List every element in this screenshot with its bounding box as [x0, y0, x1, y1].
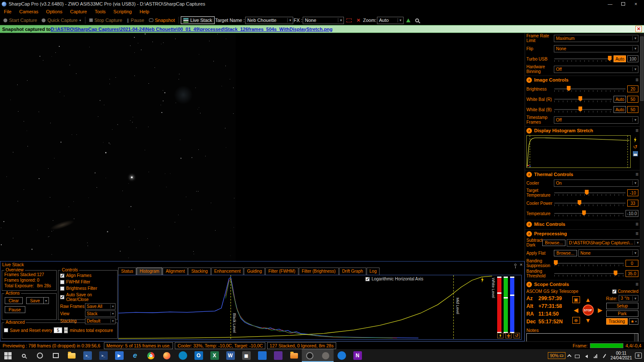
park-button[interactable]: Park: [606, 310, 638, 317]
timestamp-frames-dropdown[interactable]: Off▾: [554, 116, 638, 124]
display-histogram-header[interactable]: ∧ Display Histogram Stretch ≡: [525, 126, 640, 134]
live-stack-button[interactable]: Live Stack: [181, 16, 215, 24]
turbo-usb-auto-button[interactable]: Auto: [614, 55, 626, 62]
mini-histogram[interactable]: [526, 135, 631, 168]
hardware-binning-dropdown[interactable]: Off▾: [554, 66, 638, 73]
tab-enhancement[interactable]: Enhancement: [211, 268, 244, 275]
temperature-slider[interactable]: [554, 210, 624, 217]
tab-alignment[interactable]: Alignment: [163, 268, 188, 275]
save-stretch-icon[interactable]: [633, 151, 638, 156]
save-button[interactable]: Save: [26, 297, 44, 304]
zoom-tool-button[interactable]: [413, 18, 421, 23]
tab-drift-graph[interactable]: Drift Graph: [339, 268, 366, 275]
menu-options[interactable]: Options: [42, 9, 66, 14]
section-menu-icon[interactable]: ≡: [635, 221, 638, 227]
connected-checkbox[interactable]: [612, 289, 617, 294]
subtract-dark-browse-button[interactable]: Browse...: [542, 240, 565, 246]
tracking-button[interactable]: Tracking: [606, 318, 628, 325]
pause-button[interactable]: ∥ Pause: [125, 17, 146, 24]
stacking-dropdown[interactable]: Default▾: [85, 318, 115, 324]
turbo-usb-slider[interactable]: [554, 55, 612, 62]
slew-down-button[interactable]: ▼: [585, 317, 591, 323]
image-display-area[interactable]: [0, 33, 525, 261]
wb-r-value[interactable]: 50: [627, 96, 638, 103]
view-dropdown[interactable]: Stack▾: [85, 310, 115, 317]
firefox-button[interactable]: [159, 349, 175, 362]
fwhm-filter-checkbox[interactable]: [60, 280, 64, 284]
notification-link[interactable]: D:\ASTRO\SharpCap Captures\2021-04-24\Ne…: [51, 27, 333, 32]
brightness-filter-checkbox[interactable]: [60, 286, 64, 291]
cooler-power-slider[interactable]: [554, 200, 626, 207]
selection-area-button[interactable]: [344, 18, 354, 23]
outlook-button[interactable]: O: [191, 349, 207, 362]
tab-filter-brightness[interactable]: Filter (Brightness): [299, 268, 339, 275]
flip-dropdown[interactable]: None▾: [554, 45, 638, 52]
save-reset-checkbox[interactable]: [4, 328, 8, 332]
media-player-button[interactable]: ▶: [111, 349, 127, 362]
powershell-button[interactable]: >_: [79, 349, 95, 362]
auto-stretch-button[interactable]: [404, 18, 413, 23]
start-capture-button[interactable]: Start Capture: [1, 17, 39, 24]
rate-dropdown[interactable]: 3 °/s▾: [619, 295, 638, 301]
subtract-dark-dropdown[interactable]: D:\ASTRO\SharpCap Captures\...▾: [567, 239, 641, 246]
collapse-icon[interactable]: ∧: [526, 172, 532, 177]
photos-button[interactable]: [254, 349, 270, 362]
target-temperature-slider[interactable]: [554, 189, 626, 196]
tab-log[interactable]: Log: [367, 268, 380, 275]
banding-suppression-slider[interactable]: [554, 260, 624, 267]
menu-capture[interactable]: Capture: [66, 9, 91, 14]
excel-button[interactable]: X: [207, 349, 222, 362]
menu-tools[interactable]: Tools: [91, 9, 109, 14]
section-menu-icon[interactable]: ≡: [635, 77, 638, 83]
skype-button[interactable]: [175, 349, 191, 362]
tab-stacking[interactable]: Stacking: [188, 268, 210, 275]
wb-b-auto-button[interactable]: Auto: [614, 106, 626, 113]
stretch-button[interactable]: [497, 333, 504, 338]
section-menu-icon[interactable]: ≡: [635, 128, 638, 134]
auto-stretch-icon[interactable]: [633, 137, 637, 143]
banding-threshold-slider[interactable]: [554, 270, 624, 277]
collapse-icon[interactable]: ∧: [526, 231, 532, 237]
turbo-usb-value[interactable]: 100: [627, 55, 638, 62]
target-name-combo[interactable]: Neb Chouette▾: [245, 17, 293, 24]
calculator-button[interactable]: ▦: [238, 349, 254, 362]
menu-scripting[interactable]: Scripting: [109, 9, 136, 14]
wb-r-auto-button[interactable]: Auto: [614, 96, 626, 103]
target-temperature-value[interactable]: -10: [627, 189, 638, 196]
start-button[interactable]: [0, 349, 16, 362]
pen-tray-icon[interactable]: [601, 353, 608, 358]
stop-capture-button[interactable]: Stop Capture: [87, 17, 125, 24]
raw-frames-dropdown[interactable]: Save All▾: [85, 303, 115, 310]
camera-app-button[interactable]: [334, 349, 349, 362]
cooler-dropdown[interactable]: On▾: [554, 179, 638, 187]
misc-controls-header[interactable]: ∧ Misc Controls ≡: [525, 220, 640, 228]
quick-capture-button[interactable]: Quick Capture▾: [39, 17, 83, 24]
onenote-button[interactable]: N: [349, 349, 365, 362]
scope-controls-header[interactable]: ∧ Scope Controls ≡: [525, 280, 640, 288]
collapse-icon[interactable]: ∧: [526, 128, 532, 134]
tab-status[interactable]: Status: [118, 268, 136, 275]
fx-combo[interactable]: None▾: [303, 17, 344, 24]
purple-app-button[interactable]: [270, 349, 286, 362]
close-panel-icon[interactable]: ×: [520, 262, 522, 267]
slew-up-button[interactable]: ▲: [585, 297, 591, 303]
word-button[interactable]: W: [222, 349, 238, 362]
slew-right-button[interactable]: ▶: [598, 307, 602, 313]
section-menu-icon[interactable]: ≡: [635, 231, 638, 237]
task-view-button[interactable]: [48, 349, 64, 362]
frame-rate-limit-dropdown[interactable]: Maximum▾: [554, 35, 638, 42]
maximize-button[interactable]: [617, 0, 629, 7]
minimize-button[interactable]: —: [604, 0, 617, 7]
minutes-spinner[interactable]: 5: [54, 327, 62, 333]
wb-b-value[interactable]: 50: [627, 106, 638, 113]
file-explorer-button[interactable]: [64, 349, 79, 362]
network-tray-icon[interactable]: [592, 353, 598, 358]
tab-guiding[interactable]: Guiding: [244, 268, 264, 275]
gimp-taskbar-button[interactable]: [318, 349, 334, 362]
section-menu-icon[interactable]: ≡: [635, 171, 638, 177]
collapse-icon[interactable]: ∧: [526, 282, 532, 287]
collapse-icon[interactable]: ∧: [526, 77, 532, 83]
battery-indicator[interactable]: 90%: [548, 352, 565, 359]
wb-b-slider[interactable]: [554, 106, 612, 113]
reset-stretch-icon[interactable]: ↺: [633, 145, 637, 149]
